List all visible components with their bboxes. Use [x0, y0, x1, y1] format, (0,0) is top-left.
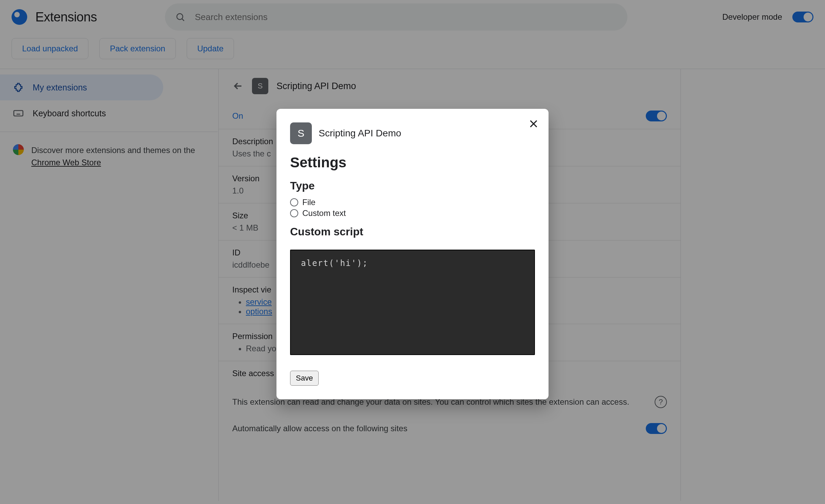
radio-icon [290, 198, 298, 206]
modal-extension-name: Scripting API Demo [319, 128, 401, 139]
custom-script-heading: Custom script [290, 225, 535, 238]
radio-label: Custom text [302, 208, 346, 218]
modal-extension-avatar: S [290, 122, 312, 144]
type-heading: Type [290, 180, 535, 192]
radio-label: File [302, 198, 316, 207]
modal-overlay: S Scripting API Demo Settings Type File … [0, 0, 825, 504]
radio-option-custom-text[interactable]: Custom text [290, 208, 535, 218]
modal-heading: Settings [290, 154, 535, 171]
custom-script-textarea[interactable] [290, 250, 535, 355]
radio-option-file[interactable]: File [290, 198, 535, 207]
save-button[interactable]: Save [290, 371, 319, 386]
close-icon[interactable] [528, 118, 539, 129]
radio-icon [290, 209, 298, 217]
settings-modal: S Scripting API Demo Settings Type File … [276, 109, 549, 399]
